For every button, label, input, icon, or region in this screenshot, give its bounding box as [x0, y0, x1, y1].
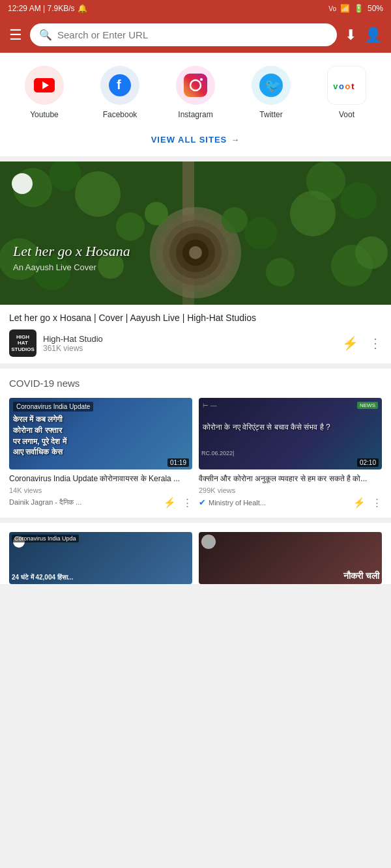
channel-name: High-Hat Studio: [43, 334, 103, 344]
video-thumbnail[interactable]: Let her go x Hosana An Aayush Live Cover: [0, 161, 391, 305]
news-source-2: ✔ Ministry of Healt... ⚡ ⋮: [199, 497, 382, 509]
thumb-text-1: Coronavirus India Update केरल में कब लगे…: [9, 398, 192, 469]
video-actions: ⚡ ⋮: [342, 335, 382, 351]
view-all-arrow: →: [231, 135, 240, 145]
svg-rect-4: [184, 74, 207, 97]
status-icon: 🔔: [78, 4, 87, 13]
news-title-2: वैक्सीन और कोरोना अनुकूल व्यवहार से हम क…: [199, 473, 382, 484]
bottom-hindi-2: नौकरी चली: [343, 570, 379, 581]
network-icon: Vo: [328, 5, 336, 12]
covid-section: COVID-19 news Coronavirus India Update क…: [0, 369, 391, 518]
source-name-1: Dainik Jagran - दैनिक ...: [9, 498, 81, 507]
news-grid: Coronavirus India Update केरल में कब लगे…: [9, 398, 382, 518]
voot-icon: v o o t: [327, 66, 366, 105]
news-item-2[interactable]: ⊢ — NEWS कोरोना के नए वेरिएंट्स से बचाव …: [199, 398, 382, 509]
search-bar[interactable]: 🔍: [30, 23, 337, 46]
facebook-label: Facebook: [103, 110, 138, 119]
sites-row: Youtube f Facebook: [7, 66, 384, 119]
youtube-label: Youtube: [30, 110, 59, 119]
news-thumb-1: Coronavirus India Update केरल में कब लगे…: [9, 398, 192, 469]
instagram-icon: [176, 66, 215, 105]
news-thumb-2: ⊢ — NEWS कोरोना के नए वेरिएंट्स से बचाव …: [199, 398, 382, 469]
bottom-news-row: Coronavirus India Upda 24 घंटे में 42,00…: [0, 523, 391, 584]
more-options-icon[interactable]: ⋮: [369, 335, 382, 351]
download-button[interactable]: ⬇: [345, 27, 356, 44]
search-icon: 🔍: [39, 29, 52, 41]
more-icon-2[interactable]: ⋮: [372, 497, 382, 509]
bottom-avatar-2: [201, 535, 216, 549]
twitter-icon: 🐦: [252, 66, 291, 105]
thumbnail-text: Let her go x Hosana An Aayush Live Cover: [13, 243, 130, 272]
source-actions-2: ⚡ ⋮: [353, 497, 382, 509]
thumb-duration-1: 01:19: [167, 458, 189, 467]
thumb-badge-1: Coronavirus India Update: [13, 402, 93, 412]
header: ☰ 🔍 ⬇ 👤: [0, 17, 391, 53]
thumbnail-video-title: Let her go x Hosana: [13, 243, 130, 260]
account-button[interactable]: 👤: [364, 27, 382, 44]
news-views-2: 299K views: [199, 486, 382, 494]
bottom-thumb-1[interactable]: Coronavirus India Upda 24 घंटे में 42,00…: [9, 532, 192, 584]
quick-sites-section: Youtube f Facebook: [0, 53, 391, 156]
video-title: Let her go x Hosana | Cover | Aayush Liv…: [9, 313, 382, 323]
site-instagram[interactable]: Instagram: [176, 66, 215, 119]
view-all-button[interactable]: VIEW ALL SITES →: [7, 130, 384, 150]
site-twitter[interactable]: 🐦 Twitter: [252, 66, 291, 119]
twitter-label: Twitter: [259, 110, 282, 119]
thumb-hindi-1: केरल में कब लगेगीकोरोना की रफ्तारपर लगाम…: [13, 414, 188, 458]
news-views-1: 14K views: [9, 486, 192, 494]
news-source-1: Dainik Jagran - दैनिक ... ⚡ ⋮: [9, 497, 192, 509]
channel-avatar: HIGHHATSTUDIOS: [9, 329, 36, 357]
facebook-icon: f: [100, 66, 139, 105]
source-actions-1: ⚡ ⋮: [164, 497, 192, 509]
svg-text:🐦: 🐦: [265, 77, 281, 93]
more-icon-1[interactable]: ⋮: [182, 497, 192, 509]
channel-views: 361K views: [43, 344, 103, 353]
video-meta: HIGHHATSTUDIOS High-Hat Studio 361K view…: [9, 329, 382, 357]
voot-label: Voot: [339, 110, 355, 119]
youtube-icon: [25, 66, 64, 105]
svg-text:t: t: [351, 81, 355, 91]
status-left: 12:29 AM | 7.9KB/s 🔔: [8, 4, 87, 13]
instagram-label: Instagram: [178, 110, 212, 119]
thumb-date-2: RC.06.2022|: [201, 450, 234, 456]
view-all-label: VIEW ALL SITES: [151, 135, 227, 145]
source-name-2: Ministry of Healt...: [209, 499, 266, 507]
site-facebook[interactable]: f Facebook: [100, 66, 139, 119]
play-button[interactable]: [12, 173, 33, 194]
lightning-icon[interactable]: ⚡: [342, 335, 358, 351]
video-info: Let her go x Hosana | Cover | Aayush Liv…: [0, 305, 391, 363]
svg-point-6: [200, 78, 203, 81]
thumbnail-video-subtitle: An Aayush Live Cover: [13, 262, 130, 272]
site-voot[interactable]: v o o t Voot: [327, 66, 366, 119]
lightning-icon-1[interactable]: ⚡: [164, 497, 176, 509]
covid-section-title: COVID-19 news: [9, 378, 382, 389]
svg-text:o: o: [345, 81, 351, 91]
hamburger-menu[interactable]: ☰: [9, 27, 22, 44]
bottom-hindi-1: 24 घंटे में 42,004 हिंसा...: [12, 574, 73, 581]
featured-video-card: Let her go x Hosana An Aayush Live Cover…: [0, 161, 391, 363]
news-item-1[interactable]: Coronavirus India Update केरल में कब लगे…: [9, 398, 192, 509]
svg-text:o: o: [339, 81, 344, 91]
channel-info: HIGHHATSTUDIOS High-Hat Studio 361K view…: [9, 329, 103, 357]
battery-percent: 50%: [368, 4, 383, 13]
search-input[interactable]: [57, 29, 328, 40]
svg-text:v: v: [333, 81, 338, 91]
signal-icon: 📶: [340, 4, 350, 13]
verified-icon: ✔: [199, 497, 206, 507]
svg-text:f: f: [117, 77, 121, 92]
bottom-thumb-2[interactable]: नौकरी चली: [199, 532, 382, 584]
lightning-icon-2[interactable]: ⚡: [353, 497, 366, 509]
status-bar: 12:29 AM | 7.9KB/s 🔔 Vo 📶 🔋 50%: [0, 0, 391, 17]
channel-details: High-Hat Studio 361K views: [43, 334, 103, 353]
news-title-1: Coronavirus India Update कोरोनावायरस के …: [9, 473, 192, 484]
thumbnail-overlay: [0, 161, 391, 305]
status-right: Vo 📶 🔋 50%: [328, 4, 383, 13]
thumb-text-2: ⊢ — NEWS कोरोना के नए वेरिएंट्स से बचाव …: [199, 398, 382, 469]
thumb-hindi-2: कोरोना के नए वेरिएंट्स से बचाव कैसे संभव…: [203, 422, 378, 433]
site-youtube[interactable]: Youtube: [25, 66, 64, 119]
battery-icon: 🔋: [354, 4, 364, 13]
thumb-duration-2: 02:10: [357, 458, 379, 467]
status-time: 12:29 AM | 7.9KB/s: [8, 4, 75, 13]
bottom-badge-1: Coronavirus India Upda: [12, 535, 79, 542]
